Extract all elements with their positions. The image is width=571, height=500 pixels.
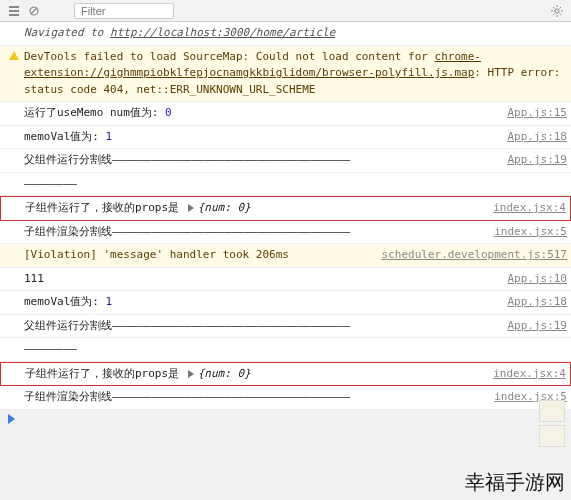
source-link[interactable]: index.jsx:4 (485, 366, 566, 383)
console-output: Navigated to http://localhost:3000/home/… (0, 22, 571, 410)
log-message: 父组件运行分割线————————————————————————————————… (0, 149, 571, 173)
prompt-caret-icon (8, 414, 15, 424)
thumbnail (539, 425, 565, 447)
source-link[interactable]: App.js:19 (499, 152, 567, 169)
thumbnail (539, 400, 565, 422)
log-text: [Violation] 'message' handler took 206ms (24, 248, 289, 261)
source-link[interactable]: index.jsx:5 (486, 224, 567, 241)
log-message: 子组件运行了，接收的props是 {num: 0}index.jsx:4 (0, 362, 571, 387)
source-link[interactable]: scheduler.development.js:517 (374, 247, 567, 264)
console-prompt[interactable] (0, 410, 571, 431)
log-text: 子组件渲染分割线 (24, 390, 112, 403)
nav-message: Navigated to http://localhost:3000/home/… (0, 22, 571, 46)
log-number: 1 (106, 130, 113, 143)
log-continuation: ———————— (24, 342, 77, 355)
log-text: memoVal值为: (24, 130, 106, 143)
divider-dashes: ———————————————————————————————————— (112, 153, 350, 166)
log-text: 父组件运行分割线 (24, 319, 112, 332)
disclosure-icon[interactable] (188, 204, 194, 212)
source-link[interactable]: index.jsx:4 (485, 200, 566, 217)
clear-icon[interactable] (24, 1, 44, 21)
log-number: 0 (165, 106, 172, 119)
log-message: ———————— (0, 173, 571, 197)
object-preview[interactable]: {num: 0} (198, 201, 251, 214)
log-message: 子组件运行了，接收的props是 {num: 0}index.jsx:4 (0, 196, 571, 221)
log-text: 父组件运行分割线 (24, 153, 112, 166)
source-link[interactable]: App.js:18 (499, 294, 567, 311)
source-link[interactable]: App.js:10 (499, 271, 567, 288)
source-link[interactable]: App.js:15 (499, 105, 567, 122)
settings-icon[interactable] (547, 1, 567, 21)
log-message: 父组件运行分割线————————————————————————————————… (0, 315, 571, 339)
nav-prefix: Navigated to (24, 26, 110, 39)
log-message: 111App.js:10 (0, 268, 571, 292)
log-message: ———————— (0, 338, 571, 362)
log-text: 子组件渲染分割线 (24, 225, 112, 238)
thumbnail-stack (539, 400, 569, 450)
divider-dashes: ———————————————————————————————————— (112, 319, 350, 332)
log-message: memoVal值为: 1App.js:18 (0, 126, 571, 150)
log-text: 111 (24, 272, 44, 285)
filter-input[interactable] (74, 3, 174, 19)
log-text: 运行了useMemo num值为: (24, 106, 165, 119)
divider-dashes: ———————————————————————————————————— (112, 225, 350, 238)
object-preview[interactable]: {num: 0} (198, 367, 251, 380)
disclosure-icon[interactable] (188, 370, 194, 378)
source-link[interactable]: App.js:19 (499, 318, 567, 335)
console-toolbar (0, 0, 571, 22)
log-message: 运行了useMemo num值为: 0App.js:15 (0, 102, 571, 126)
warning-message: DevTools failed to load SourceMap: Could… (0, 46, 571, 103)
log-continuation: ———————— (24, 177, 77, 190)
svg-point-1 (555, 9, 559, 13)
log-text: memoVal值为: (24, 295, 106, 308)
violation-message: [Violation] 'message' handler took 206ms… (0, 244, 571, 268)
log-text: 子组件运行了，接收的props是 (25, 201, 186, 214)
nav-url[interactable]: http://localhost:3000/home/article (110, 26, 335, 39)
log-number: 1 (106, 295, 113, 308)
log-message: 子组件渲染分割线————————————————————————————————… (0, 221, 571, 245)
divider-dashes: ———————————————————————————————————— (112, 390, 350, 403)
watermark-text: 幸福手游网 (465, 469, 565, 496)
log-message: memoVal值为: 1App.js:18 (0, 291, 571, 315)
menu-icon[interactable] (4, 1, 24, 21)
log-text: 子组件运行了，接收的props是 (25, 367, 186, 380)
warning-icon (9, 51, 19, 60)
log-message: 子组件渲染分割线————————————————————————————————… (0, 386, 571, 410)
source-link[interactable]: App.js:18 (499, 129, 567, 146)
warn-text: DevTools failed to load SourceMap: Could… (24, 50, 435, 63)
